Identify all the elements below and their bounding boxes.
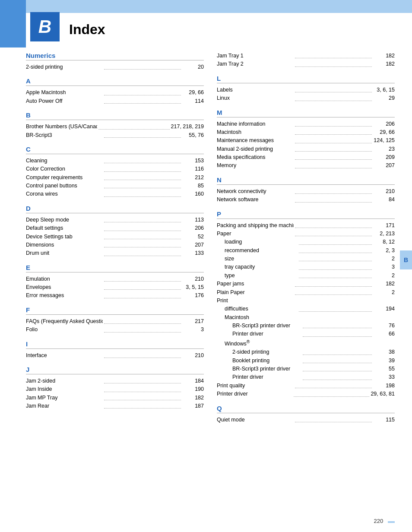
list-item: Quiet mode 115 bbox=[217, 416, 395, 424]
list-item: Linux 29 bbox=[217, 94, 395, 102]
section-q: Q bbox=[217, 405, 395, 413]
side-tab-b: B bbox=[400, 250, 412, 269]
list-item: Printer driver 29, 63, 81 bbox=[217, 390, 395, 398]
list-item: Auto Power Off 114 bbox=[26, 97, 204, 105]
section-p: P bbox=[217, 210, 395, 219]
section-d: D bbox=[26, 205, 204, 213]
right-column: Jam Tray 1 182 Jam Tray 2 182 L Labels 3… bbox=[217, 52, 395, 510]
list-item: Drum unit 133 bbox=[26, 249, 204, 257]
section-m: M bbox=[217, 109, 395, 117]
header-blue-bar bbox=[26, 0, 412, 13]
page-number-box bbox=[388, 521, 395, 523]
section-a: A bbox=[26, 77, 204, 86]
section-c: C bbox=[26, 146, 204, 154]
list-item: Error messages 176 bbox=[26, 291, 204, 300]
section-f: F bbox=[26, 306, 204, 315]
list-item: Network software 84 bbox=[217, 196, 395, 204]
section-b: B bbox=[26, 111, 204, 120]
list-item: Jam Rear 187 bbox=[26, 402, 204, 410]
page-number-area: 220 bbox=[374, 518, 395, 524]
section-j: J bbox=[26, 366, 204, 374]
section-i: I bbox=[26, 340, 204, 349]
section-numerics: Numerics bbox=[26, 52, 204, 60]
list-item: Corona wires 160 bbox=[26, 190, 204, 198]
page-number: 220 bbox=[374, 518, 383, 524]
list-item: 2-sided printing 20 bbox=[26, 63, 204, 71]
header-blue-accent bbox=[0, 0, 26, 48]
list-item: BR-Script3 55, 76 bbox=[26, 131, 204, 139]
header-letter: B bbox=[38, 16, 51, 37]
left-column: Numerics 2-sided printing 20 A Apple Mac… bbox=[26, 52, 204, 510]
header-letter-box: B bbox=[30, 12, 60, 41]
section-l: L bbox=[217, 75, 395, 83]
section-n: N bbox=[217, 176, 395, 185]
header: B Index bbox=[0, 0, 412, 48]
header-title: Index bbox=[69, 22, 105, 38]
list-item: Folio 3 bbox=[26, 326, 204, 334]
section-e: E bbox=[26, 264, 204, 272]
list-item: Jam Tray 2 182 bbox=[217, 60, 395, 68]
main-content: Numerics 2-sided printing 20 A Apple Mac… bbox=[26, 52, 395, 510]
list-item: Interface 210 bbox=[26, 352, 204, 360]
list-item: Memory 207 bbox=[217, 162, 395, 170]
